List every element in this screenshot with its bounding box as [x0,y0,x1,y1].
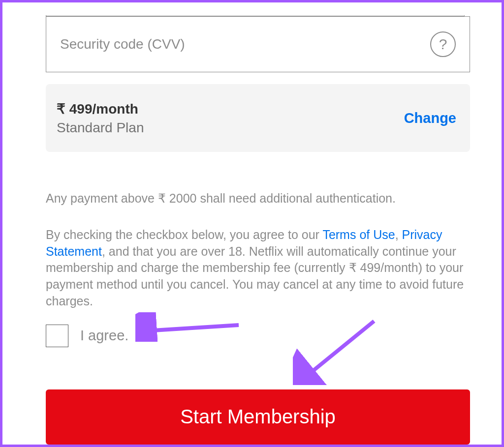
plan-info: ₹ 499/month Standard Plan [57,101,144,136]
agree-checkbox[interactable] [46,325,68,347]
payment-notice: Any payment above ₹ 2000 shall need addi… [46,190,458,207]
legal-prefix: By checking the checkbox below, you agre… [46,228,322,241]
legal-text: By checking the checkbox below, you agre… [46,227,470,310]
change-plan-link[interactable]: Change [404,110,456,126]
plan-name: Standard Plan [57,120,144,136]
start-membership-button[interactable]: Start Membership [46,389,470,445]
start-membership-label: Start Membership [180,406,336,428]
plan-summary: ₹ 499/month Standard Plan Change [46,84,470,152]
cvv-input[interactable]: Security code (CVV) ? [46,16,470,72]
annotated-screenshot-frame: Security code (CVV) ? ₹ 499/month Standa… [0,0,504,447]
plan-price: ₹ 499/month [57,101,144,117]
legal-suffix: , and that you are over 18. Netflix will… [46,244,464,308]
terms-of-use-link[interactable]: Terms of Use [322,228,395,241]
cvv-placeholder-text: Security code (CVV) [60,36,185,52]
agree-label: I agree. [80,328,128,344]
legal-sep1: , [395,228,402,241]
agree-row: I agree. [46,325,458,347]
payment-form-section: Security code (CVV) ? ₹ 499/month Standa… [2,16,502,447]
help-icon[interactable]: ? [430,31,456,57]
previous-input-edge [46,15,465,16]
